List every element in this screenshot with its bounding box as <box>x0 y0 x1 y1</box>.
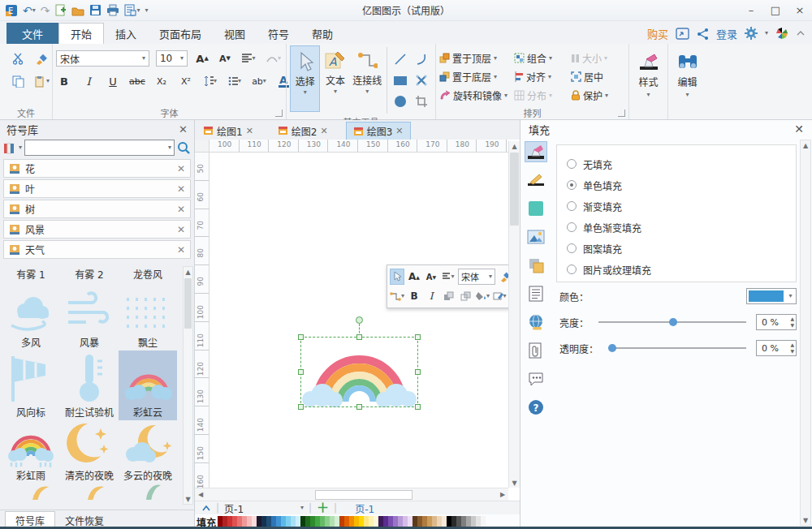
fill-option-solid[interactable]: 单色填充 <box>567 174 796 196</box>
fill-option-gradient[interactable]: 渐变填充 <box>567 196 796 217</box>
cross-shape-icon[interactable] <box>412 71 430 89</box>
mini-line-style-icon[interactable]: ▾ <box>492 288 507 304</box>
arc-shape-icon[interactable] <box>412 50 430 68</box>
line-shape-icon[interactable] <box>391 50 409 68</box>
center-button[interactable]: 居中 <box>571 68 624 85</box>
selection-box[interactable] <box>300 337 418 407</box>
tab-home[interactable]: 开始 <box>58 23 104 44</box>
symbol-windsock[interactable]: 风向标 <box>2 351 60 420</box>
scroll-left-icon[interactable]: ◀ <box>195 490 206 500</box>
symbol-rainbow-cloud[interactable]: 彩虹云 <box>119 351 177 420</box>
format-painter-icon[interactable] <box>32 50 49 67</box>
fill-option-none[interactable]: 无填充 <box>567 153 796 174</box>
increase-font-icon[interactable]: A▲ <box>194 50 210 67</box>
share-icon[interactable] <box>697 28 709 40</box>
tab-close-icon[interactable]: ✕ <box>321 126 328 136</box>
doc-tab-drawing3[interactable]: 绘图3✕ <box>346 122 411 140</box>
note-icon[interactable] <box>525 283 547 304</box>
export-preview-button[interactable]: ▾ <box>124 3 140 18</box>
rectangle-shape-icon[interactable] <box>391 71 409 89</box>
new-document-button[interactable] <box>54 3 67 18</box>
library-books-icon[interactable] <box>3 142 16 154</box>
canvas-horizontal-scrollbar[interactable]: ◀ ▶ <box>195 488 508 501</box>
scroll-down-icon[interactable]: ▼ <box>801 515 810 525</box>
hyperlink-globe-icon[interactable] <box>525 312 547 333</box>
symbol-dust-tester[interactable]: 耐尘试验机 <box>60 351 119 420</box>
font-size-select[interactable]: 10▾ <box>156 50 188 67</box>
italic-icon[interactable]: I <box>80 73 97 89</box>
tab-insert[interactable]: 插入 <box>104 23 148 44</box>
category-landscape[interactable]: 风景✕ <box>3 220 191 239</box>
resize-handle-n[interactable] <box>356 334 362 340</box>
mini-italic-icon[interactable]: I <box>424 288 438 304</box>
edit-button[interactable]: 编辑▾ <box>672 45 703 112</box>
category-close-icon[interactable]: ✕ <box>177 244 185 256</box>
category-leaf[interactable]: 叶✕ <box>3 179 191 198</box>
connector-tool-button[interactable]: 连接线▾ <box>350 45 384 112</box>
fill-option-picture-texture[interactable]: 图片或纹理填充 <box>567 259 796 280</box>
bring-to-front-button[interactable]: 置于顶层▾ <box>439 49 514 67</box>
buy-button[interactable]: 购买 <box>647 26 668 41</box>
collapse-pages-icon[interactable] <box>201 505 211 511</box>
resize-handle-nw[interactable] <box>298 334 304 340</box>
symbol-fog-1[interactable]: 有雾 1 <box>2 264 60 282</box>
settings-gear-icon[interactable] <box>745 27 758 40</box>
resize-handle-s[interactable] <box>356 404 362 410</box>
tab-close-icon[interactable]: ✕ <box>395 126 403 136</box>
mini-select-tool-button[interactable] <box>390 269 404 285</box>
brightness-slider[interactable] <box>598 321 746 323</box>
undo-button[interactable]: ↶▾ <box>23 3 36 18</box>
align-button[interactable]: 对齐▾ <box>514 68 571 85</box>
symbol-clear-night[interactable]: 清亮的夜晚 <box>60 420 119 484</box>
symbol-storm[interactable]: 风暴 <box>60 282 119 351</box>
fill-panel-close-icon[interactable]: ✕ <box>794 123 804 135</box>
copy-icon[interactable] <box>10 73 26 89</box>
drawing-canvas[interactable]: ✕ ⋮ A▲ A▼ ▾ 宋体▾ ▾ B I ▾ ▾ <box>209 153 508 488</box>
save-button[interactable] <box>89 3 102 18</box>
transparency-slider[interactable] <box>608 347 746 349</box>
brightness-spinner[interactable]: 0 %▲▼ <box>756 314 797 330</box>
search-icon[interactable] <box>177 141 191 155</box>
rotation-handle[interactable] <box>356 316 363 324</box>
category-close-icon[interactable]: ✕ <box>177 204 185 215</box>
library-books-caret-icon[interactable]: ▾ <box>19 144 22 151</box>
symbol-cloudy-night[interactable]: 多云的夜晚 <box>119 420 177 484</box>
superscript-icon[interactable]: X² <box>178 73 194 89</box>
layers-icon[interactable] <box>525 255 547 276</box>
symbol-tornado[interactable]: 龙卷风 <box>119 264 177 282</box>
library-scrollbar[interactable]: ▲ ▼ <box>183 266 193 505</box>
maximize-button[interactable]: □ <box>763 2 788 19</box>
mini-font-select[interactable]: 宋体▾ <box>458 269 495 285</box>
add-page-button[interactable]: ＋ <box>317 502 329 514</box>
scroll-up-icon[interactable]: ▲ <box>509 141 520 151</box>
print-button[interactable] <box>106 3 119 18</box>
group-button[interactable]: 组合▾ <box>514 49 571 67</box>
bullet-list-icon[interactable]: ▾ <box>227 73 243 89</box>
highlight-icon[interactable]: ab▾ <box>251 73 267 89</box>
category-close-icon[interactable]: ✕ <box>177 183 185 195</box>
customize-toolbar-button[interactable]: ▾ <box>145 3 149 18</box>
palette-swatch[interactable] <box>481 516 486 527</box>
mini-decrease-font-icon[interactable]: A▼ <box>424 269 438 285</box>
help-icon[interactable]: ? <box>525 397 547 418</box>
minimize-button[interactable]: – <box>739 2 763 19</box>
attachment-icon[interactable] <box>525 340 547 361</box>
send-to-back-button[interactable]: 置于底层▾ <box>439 68 514 85</box>
font-family-select[interactable]: 宋体▾ <box>56 50 149 67</box>
underline-icon[interactable]: U <box>105 73 121 89</box>
open-file-button[interactable] <box>71 3 84 18</box>
mini-connector-icon[interactable]: ▾ <box>390 288 404 304</box>
tab-symbols[interactable]: 符号 <box>257 23 300 44</box>
page-tab[interactable]: 页-1 <box>355 501 374 515</box>
mini-align-icon[interactable]: ▾ <box>441 269 456 285</box>
scroll-down-icon[interactable]: ▼ <box>509 478 520 488</box>
scrollbar-thumb[interactable] <box>315 490 412 500</box>
doc-tab-drawing1[interactable]: 绘图1✕ <box>197 122 260 140</box>
paste-icon[interactable]: ▾ <box>32 73 51 89</box>
scroll-right-icon[interactable]: ▶ <box>497 490 508 500</box>
fill-option-single-gradient[interactable]: 单色渐变填充 <box>567 217 796 238</box>
library-close-icon[interactable]: ✕ <box>179 123 188 135</box>
category-flower[interactable]: 花✕ <box>3 159 191 178</box>
resize-handle-ne[interactable] <box>415 334 421 340</box>
category-weather[interactable]: 天气✕ <box>3 240 191 259</box>
